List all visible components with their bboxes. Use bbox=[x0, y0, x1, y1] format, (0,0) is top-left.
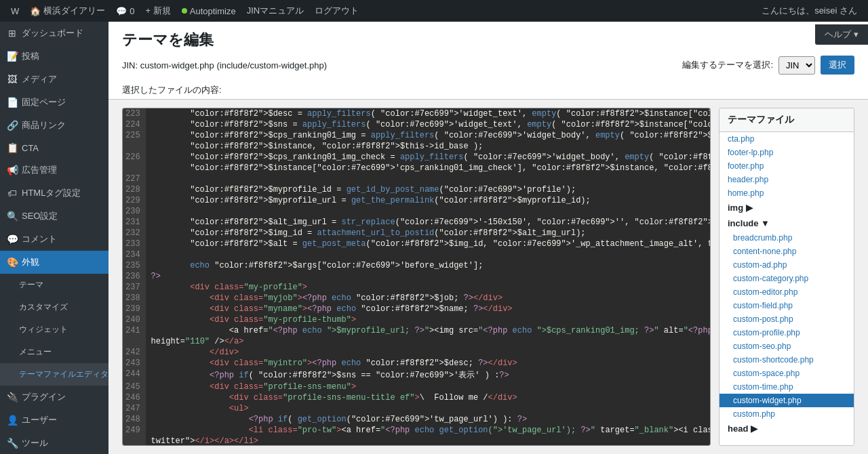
fixed-page-icon: 📄 bbox=[7, 97, 18, 108]
theme-select-area: 編集するテーマを選択: JIN 選択 bbox=[682, 56, 854, 75]
sidebar-item-ad[interactable]: 📢 広告管理 bbox=[0, 159, 108, 182]
sidebar-item-label: HTMLタグ設定 bbox=[22, 187, 81, 199]
file-item-head-more[interactable]: head ▶ bbox=[719, 421, 854, 436]
sidebar-item-label: SEO設定 bbox=[22, 210, 58, 222]
new-post-button[interactable]: + 新規 bbox=[140, 0, 176, 22]
product-link-icon: 🔗 bbox=[7, 120, 18, 131]
line-code bbox=[146, 206, 711, 217]
line-code bbox=[146, 173, 711, 184]
file-item-custom-editor[interactable]: custom-editor.php bbox=[719, 285, 854, 299]
sidebar-item-label: ウィジェット bbox=[19, 324, 68, 335]
plugins-icon: 🔌 bbox=[7, 392, 18, 403]
file-path: JIN: custom-widget.php (include/custom-w… bbox=[122, 60, 327, 70]
site-name-button[interactable]: 🏠 横浜ダイアリー bbox=[24, 0, 111, 22]
line-code: <a href="<?php echo ">$myprofile_url; ?>… bbox=[146, 325, 711, 336]
line-number: 235 bbox=[123, 260, 146, 271]
file-item-img[interactable]: img ▶ bbox=[719, 200, 854, 215]
line-code: <div class="myname"><?php echo "color:#f… bbox=[146, 304, 711, 314]
line-code: <div class="profile-sns-menu"> bbox=[146, 381, 711, 392]
sidebar-item-menus[interactable]: メニュー bbox=[0, 341, 108, 363]
theme-select-button[interactable]: 選択 bbox=[821, 56, 854, 75]
file-item-home[interactable]: home.php bbox=[719, 186, 854, 200]
line-code: <div class="myjob"><?php echo "color:#f8… bbox=[146, 293, 711, 304]
line-number bbox=[123, 336, 146, 347]
autoptimize-button[interactable]: Autoptimize bbox=[176, 0, 241, 22]
line-code: twitter"></i></a></li> bbox=[146, 436, 711, 446]
media-icon: 🖼 bbox=[7, 74, 18, 85]
sidebar-item-tools[interactable]: 🔧 ツール bbox=[0, 432, 108, 454]
file-item-include[interactable]: include ▼ bbox=[719, 215, 854, 231]
line-number: 248 bbox=[123, 414, 146, 425]
code-table: 223 "color:#f8f8f2">$desc = apply_filter… bbox=[123, 108, 711, 446]
file-item-custom-category[interactable]: custom-category.php bbox=[719, 272, 854, 285]
sidebar-item-product-link[interactable]: 🔗 商品リンク bbox=[0, 114, 108, 137]
line-number: 241 bbox=[123, 325, 146, 336]
file-item-custom-shortcode[interactable]: custom-shortcode.php bbox=[719, 353, 854, 367]
sidebar-item-label: 商品リンク bbox=[22, 119, 66, 131]
line-number: 226 bbox=[123, 152, 146, 163]
line-number: 245 bbox=[123, 381, 146, 392]
sidebar-item-appearance[interactable]: 🎨 外観 bbox=[0, 251, 108, 274]
page-header: テーマを編集 JIN: custom-widget.php (include/c… bbox=[108, 22, 868, 100]
tools-icon: 🔧 bbox=[7, 438, 18, 449]
sidebar-item-dashboard[interactable]: ⊞ ダッシュボード bbox=[0, 22, 108, 45]
file-item-custom-profile[interactable]: custom-profile.php bbox=[719, 326, 854, 339]
sidebar-item-themes[interactable]: テーマ bbox=[0, 274, 108, 296]
file-item-custom-time[interactable]: custom-time.php bbox=[719, 380, 854, 394]
line-code: <ul> bbox=[146, 403, 711, 414]
sidebar-item-users[interactable]: 👤 ユーザー bbox=[0, 409, 108, 432]
sidebar-item-customize[interactable]: カスタマイズ bbox=[0, 296, 108, 318]
posts-icon: 📝 bbox=[7, 51, 18, 62]
line-number: 228 bbox=[123, 184, 146, 195]
line-number: 227 bbox=[123, 173, 146, 184]
line-number: 236 bbox=[123, 271, 146, 282]
line-number: 246 bbox=[123, 392, 146, 403]
sidebar-item-label: 固定ページ bbox=[22, 96, 66, 108]
sidebar-item-theme-editor[interactable]: テーマファイルエディター bbox=[0, 363, 108, 386]
sidebar-item-fixed-page[interactable]: 📄 固定ページ bbox=[0, 91, 108, 114]
code-editor[interactable]: 223 "color:#f8f8f2">$desc = apply_filter… bbox=[122, 108, 711, 446]
file-item-footer-lp[interactable]: footer-lp.php bbox=[719, 146, 854, 159]
line-code: "color:#f8f8f2">$instance, "color:#f8f8f… bbox=[146, 141, 711, 152]
file-item-content-none[interactable]: content-none.php bbox=[719, 245, 854, 258]
file-item-custom-field[interactable]: custom-field.php bbox=[719, 299, 854, 312]
file-item-custom-widget[interactable]: custom-widget.php bbox=[719, 394, 854, 407]
sidebar-item-seo[interactable]: 🔍 SEO設定 bbox=[0, 205, 108, 228]
file-item-custom-space[interactable]: custom-space.php bbox=[719, 367, 854, 380]
logout-button[interactable]: ログアウト bbox=[309, 0, 364, 22]
autoptimize-label: Autoptimize bbox=[190, 6, 236, 16]
sidebar-item-posts[interactable]: 📝 投稿 bbox=[0, 45, 108, 68]
sidebar-item-label: テーマ bbox=[19, 279, 43, 291]
site-name: 横浜ダイアリー bbox=[43, 5, 105, 17]
sidebar-item-widgets[interactable]: ウィジェット bbox=[0, 318, 108, 341]
file-item-cta[interactable]: cta.php bbox=[719, 132, 854, 146]
line-number bbox=[123, 141, 146, 152]
sidebar-item-comments[interactable]: 💬 コメント bbox=[0, 228, 108, 251]
sidebar-item-label: CTA bbox=[22, 143, 39, 153]
comment-button[interactable]: 💬 0 bbox=[111, 0, 140, 22]
file-panel: テーマファイル cta.phpfooter-lp.phpfooter.phphe… bbox=[719, 108, 854, 446]
file-item-custom-seo[interactable]: custom-seo.php bbox=[719, 339, 854, 353]
line-code: <div class="my-profile-thumb"> bbox=[146, 314, 711, 325]
users-icon: 👤 bbox=[7, 415, 18, 426]
sidebar-item-label: メニュー bbox=[19, 346, 52, 358]
wp-logo-button[interactable]: W bbox=[5, 0, 24, 22]
line-number bbox=[123, 163, 146, 173]
sidebar-item-cta[interactable]: 📋 CTA bbox=[0, 137, 108, 159]
file-item-header[interactable]: header.php bbox=[719, 173, 854, 186]
main-layout: ⊞ ダッシュボード 📝 投稿 🖼 メディア 📄 固定ページ 🔗 商品リンク 📋 … bbox=[0, 22, 868, 454]
file-item-custom-post[interactable]: custom-post.php bbox=[719, 312, 854, 326]
theme-select-dropdown[interactable]: JIN bbox=[778, 56, 815, 75]
jin-manual-button[interactable]: JINマニュアル bbox=[241, 0, 310, 22]
sidebar-item-plugins[interactable]: 🔌 プラグイン bbox=[0, 386, 108, 409]
file-item-custom[interactable]: custom.php bbox=[719, 407, 854, 421]
file-item-footer[interactable]: footer.php bbox=[719, 159, 854, 173]
help-button[interactable]: ヘルプ ▾ bbox=[815, 24, 868, 45]
line-code: <div class="myintro"><?php echo "color:#… bbox=[146, 358, 711, 369]
content-area: ヘルプ ▾ テーマを編集 JIN: custom-widget.php (inc… bbox=[108, 22, 868, 454]
line-code: height="110" /></a> bbox=[146, 336, 711, 347]
file-item-custom-ad[interactable]: custom-ad.php bbox=[719, 258, 854, 272]
sidebar-item-html-tag[interactable]: 🏷 HTMLタグ設定 bbox=[0, 182, 108, 205]
sidebar-item-media[interactable]: 🖼 メディア bbox=[0, 68, 108, 91]
file-item-breadcrumb[interactable]: breadcrumb.php bbox=[719, 231, 854, 245]
